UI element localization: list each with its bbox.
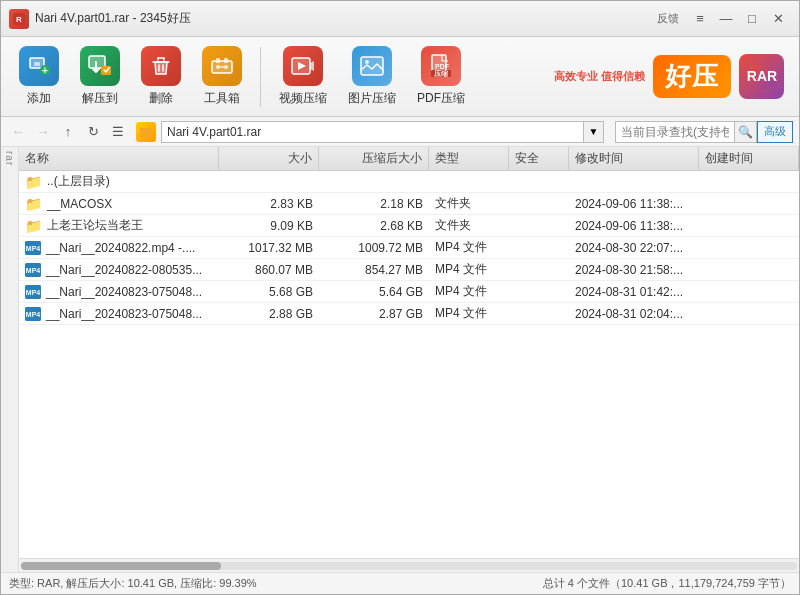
main-window: R Nari 4V.part01.rar - 2345好压 反馈 ≡ — □ ✕… [0, 0, 800, 595]
toolbar-pdf[interactable]: PDF 压缩 PDF压缩 [409, 40, 473, 113]
td-name: 📁 上老王论坛当老王 [19, 215, 219, 236]
td-security [509, 281, 569, 302]
toolbar-delete[interactable]: 删除 [133, 40, 189, 113]
table-row[interactable]: MP4 __Nari__20240822.mp4 -.... 1017.32 M… [19, 237, 799, 259]
minimize-button[interactable]: — [713, 8, 739, 30]
td-created [699, 303, 799, 324]
menu-button[interactable]: ≡ [687, 8, 713, 30]
advanced-search-button[interactable]: 高级 [757, 121, 793, 143]
td-compressed: 854.27 MB [319, 259, 429, 280]
add-label: 添加 [27, 90, 51, 107]
td-security [509, 215, 569, 236]
col-header-created[interactable]: 创建时间 [699, 147, 799, 170]
table-row[interactable]: 📁 __MACOSX 2.83 KB 2.18 KB 文件夹 2024-09-0… [19, 193, 799, 215]
td-modified: 2024-09-06 11:38:... [569, 193, 699, 214]
toolbar-video[interactable]: 视频压缩 [271, 40, 335, 113]
tools-label: 工具箱 [204, 90, 240, 107]
folder-icon: 📁 [25, 196, 42, 212]
maximize-button[interactable]: □ [739, 8, 765, 30]
toolbar-add[interactable]: + 添加 [11, 40, 67, 113]
video-icon [283, 46, 323, 86]
td-name: MP4 __Nari__20240823-075048... [19, 281, 219, 302]
td-type: 文件夹 [429, 193, 509, 214]
feedback-label[interactable]: 反馈 [657, 11, 679, 26]
td-modified: 2024-08-31 01:42:... [569, 281, 699, 302]
toolbar-image[interactable]: 图片压缩 [340, 40, 404, 113]
image-icon [352, 46, 392, 86]
toolbar-extract[interactable]: 解压到 [72, 40, 128, 113]
td-size: 860.07 MB [219, 259, 319, 280]
delete-icon [141, 46, 181, 86]
td-modified: 2024-08-30 21:58:... [569, 259, 699, 280]
table-row[interactable]: 📁 ..(上层目录) [19, 171, 799, 193]
nav-path-icon [136, 122, 156, 142]
up-folder-icon: 📁 [25, 174, 42, 190]
td-modified: 2024-08-31 02:04:... [569, 303, 699, 324]
td-size: 2.83 KB [219, 193, 319, 214]
table-row[interactable]: MP4 __Nari__20240822-080535... 860.07 MB… [19, 259, 799, 281]
svg-point-16 [365, 60, 369, 64]
td-modified: 2024-09-06 11:38:... [569, 215, 699, 236]
path-input[interactable] [161, 121, 584, 143]
td-created [699, 237, 799, 258]
col-header-compressed[interactable]: 压缩后大小 [319, 147, 429, 170]
col-header-name[interactable]: 名称 [19, 147, 219, 170]
status-right: 总计 4 个文件（10.41 GB，11,179,724,759 字节） [543, 576, 791, 591]
td-created [699, 171, 799, 192]
search-button[interactable]: 🔍 [735, 121, 757, 143]
pdf-icon: PDF 压缩 [421, 46, 461, 86]
view-button[interactable]: ☰ [107, 121, 129, 143]
h-scroll-thumb[interactable] [21, 562, 221, 570]
svg-point-12 [224, 65, 228, 69]
svg-text:MP4: MP4 [26, 311, 41, 318]
svg-text:RAR: RAR [746, 68, 776, 84]
path-dropdown[interactable]: ▼ [584, 121, 604, 143]
refresh-button[interactable]: ↻ [82, 121, 104, 143]
back-button[interactable]: ← [7, 121, 29, 143]
search-input[interactable] [615, 121, 735, 143]
td-compressed: 1009.72 MB [319, 237, 429, 258]
nav-bar: ← → ↑ ↻ ☰ ▼ 🔍 高级 [1, 117, 799, 147]
td-security [509, 303, 569, 324]
brand-area: 高效专业 值得信赖 好压 RAR [554, 54, 789, 99]
td-size: 1017.32 MB [219, 237, 319, 258]
left-panel-label: rar [4, 151, 15, 166]
main-content: rar 名称 大小 压缩后大小 类型 安全 修改时间 创建时间 📁 ..(上层目… [1, 147, 799, 572]
toolbar-tools[interactable]: 工具箱 [194, 40, 250, 113]
window-title: Nari 4V.part01.rar - 2345好压 [35, 10, 657, 27]
svg-rect-3 [34, 62, 40, 66]
table-row[interactable]: MP4 __Nari__20240823-075048... 5.68 GB 5… [19, 281, 799, 303]
mp4-icon: MP4 [25, 263, 41, 277]
col-header-type[interactable]: 类型 [429, 147, 509, 170]
table-row[interactable]: MP4 __Nari__20240823-075048... 2.88 GB 2… [19, 303, 799, 325]
col-header-security[interactable]: 安全 [509, 147, 569, 170]
col-header-size[interactable]: 大小 [219, 147, 319, 170]
td-size [219, 171, 319, 192]
td-size: 5.68 GB [219, 281, 319, 302]
extract-label: 解压到 [82, 90, 118, 107]
title-bar: R Nari 4V.part01.rar - 2345好压 反馈 ≡ — □ ✕ [1, 1, 799, 37]
folder-icon: 📁 [25, 218, 42, 234]
table-header: 名称 大小 压缩后大小 类型 安全 修改时间 创建时间 [19, 147, 799, 171]
nav-path-container: ▼ [136, 121, 604, 143]
col-header-modified[interactable]: 修改时间 [569, 147, 699, 170]
app-brand-icon: RAR [739, 54, 784, 99]
brand-logo: 好压 [653, 55, 731, 98]
td-modified: 2024-08-30 22:07:... [569, 237, 699, 258]
forward-button[interactable]: → [32, 121, 54, 143]
h-scrollbar[interactable] [19, 558, 799, 572]
td-size: 2.88 GB [219, 303, 319, 324]
mp4-icon: MP4 [25, 307, 41, 321]
td-created [699, 215, 799, 236]
td-type: 文件夹 [429, 215, 509, 236]
td-type [429, 171, 509, 192]
toolbar: + 添加 解压到 [1, 37, 799, 117]
up-button[interactable]: ↑ [57, 121, 79, 143]
td-modified [569, 171, 699, 192]
close-button[interactable]: ✕ [765, 8, 791, 30]
brand-slogan: 高效专业 值得信赖 [554, 69, 645, 84]
td-security [509, 171, 569, 192]
td-security [509, 259, 569, 280]
table-row[interactable]: 📁 上老王论坛当老王 9.09 KB 2.68 KB 文件夹 2024-09-0… [19, 215, 799, 237]
pdf-label: PDF压缩 [417, 90, 465, 107]
